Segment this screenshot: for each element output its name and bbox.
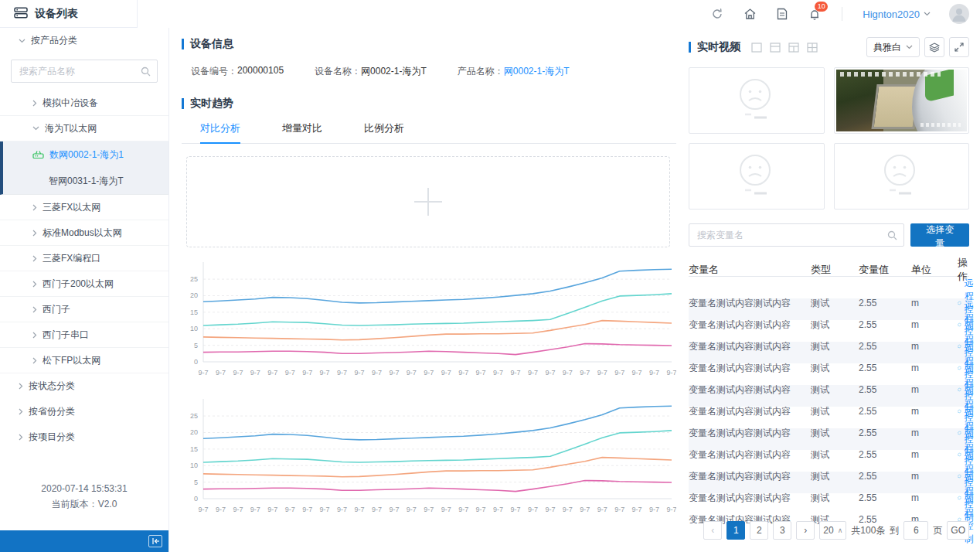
document-icon[interactable] xyxy=(775,7,789,21)
svg-text:9-7: 9-7 xyxy=(649,506,659,513)
variables-table-header: 变量名 类型 变量值 单位 操作 xyxy=(689,256,969,277)
trend-chart-2: 05101520259-79-79-79-79-79-79-79-79-79-7… xyxy=(182,395,676,521)
prev-page-button[interactable]: ‹ xyxy=(703,521,722,540)
device-info-row: 设备编号： 200000105 设备名称： 网0002-1-海为T 产品名称： … xyxy=(182,65,676,78)
product-name-link[interactable]: 网0002-1-海为T xyxy=(504,65,570,78)
title-accent-bar xyxy=(689,42,691,53)
right-panel: 实时视频 典雅白 xyxy=(686,28,980,552)
next-page-button[interactable]: › xyxy=(796,521,815,540)
avatar[interactable] xyxy=(949,4,969,24)
sidebar-item-siemens-serial[interactable]: 西门子串口 xyxy=(0,322,168,348)
svg-text:9-7: 9-7 xyxy=(476,506,486,513)
plus-icon xyxy=(414,188,442,216)
sidebar: 按产品分类 模拟中冶设备 海为T以太网 xyxy=(0,28,169,552)
svg-text:9-7: 9-7 xyxy=(580,369,590,377)
user-menu[interactable]: Hignton2020 xyxy=(863,9,931,20)
chevron-right-icon xyxy=(32,281,37,288)
current-time: 2020-07-14 15:53:31 xyxy=(0,481,168,496)
chevron-down-icon xyxy=(906,45,913,49)
expand-icon xyxy=(954,43,964,52)
variable-search-input[interactable] xyxy=(696,229,887,241)
video-slot-1[interactable] xyxy=(689,67,825,134)
collapse-sidebar-icon[interactable] xyxy=(148,535,162,547)
tab-increment-compare[interactable]: 增量对比 xyxy=(282,121,322,143)
notification-badge: 10 xyxy=(815,2,828,12)
jump-page-input[interactable] xyxy=(903,521,928,540)
svg-text:9-7: 9-7 xyxy=(354,506,364,513)
chevron-down-icon xyxy=(32,126,39,131)
layers-button[interactable] xyxy=(924,37,944,57)
sidebar-item-siemens[interactable]: 西门子 xyxy=(0,297,168,322)
sidebar-item-moni[interactable]: 模拟中冶设备 xyxy=(0,90,168,116)
fullscreen-button[interactable] xyxy=(949,37,969,57)
svg-text:9-7: 9-7 xyxy=(337,369,347,377)
layout-three-split-icon[interactable] xyxy=(788,43,799,53)
tab-compare-analysis[interactable]: 对比分析 xyxy=(200,121,240,143)
svg-text:9-7: 9-7 xyxy=(372,506,382,513)
layout-four-grid-icon[interactable] xyxy=(807,43,818,53)
product-search-input[interactable] xyxy=(18,65,141,77)
device-icon xyxy=(32,150,44,159)
sidebar-item-modbus[interactable]: 标准Modbus以太网 xyxy=(0,220,168,246)
home-icon[interactable] xyxy=(743,7,757,21)
layout-single-icon[interactable] xyxy=(751,43,762,53)
svg-text:9-7: 9-7 xyxy=(250,369,260,377)
no-video-placeholder-icon xyxy=(732,153,781,199)
center-panel: 设备信息 设备编号： 200000105 设备名称： 网0002-1-海为T 产… xyxy=(169,28,686,552)
sidebar-item-device-selected[interactable]: 数网0002-1-海为1 xyxy=(3,141,168,168)
chevron-right-icon xyxy=(19,408,23,415)
page-button-1[interactable]: 1 xyxy=(726,521,745,540)
svg-text:9-7: 9-7 xyxy=(389,369,399,377)
variables-table: 变量名 类型 变量值 单位 操作 变量名测试内容测试内容 测试 2.55 m 远… xyxy=(689,256,969,515)
svg-text:9-7: 9-7 xyxy=(614,506,624,513)
sidebar-header: 设备列表 xyxy=(0,0,138,28)
sidebar-item-device-sibling[interactable]: 智网0031-1-海为T xyxy=(3,168,168,194)
svg-text:9-7: 9-7 xyxy=(597,506,607,513)
svg-text:20: 20 xyxy=(190,291,198,299)
svg-text:9-7: 9-7 xyxy=(493,369,503,377)
notification-bell-icon[interactable]: 10 xyxy=(808,7,822,21)
page-size-select[interactable]: 20 ∧ xyxy=(819,521,846,540)
svg-text:9-7: 9-7 xyxy=(563,369,573,377)
video-grid xyxy=(689,67,969,210)
video-layout-options xyxy=(751,43,818,53)
add-variable-chart-box[interactable] xyxy=(186,156,670,247)
sidebar-item-panasonic[interactable]: 松下FP以太网 xyxy=(0,348,168,373)
sidebar-item-by-product[interactable]: 按产品分类 xyxy=(0,28,168,53)
svg-text:9-7: 9-7 xyxy=(597,369,607,377)
video-slot-4[interactable] xyxy=(834,143,970,210)
svg-text:9-7: 9-7 xyxy=(649,369,659,377)
svg-text:9-7: 9-7 xyxy=(545,506,555,513)
video-header: 实时视频 典雅白 xyxy=(689,37,969,57)
search-icon[interactable] xyxy=(887,230,897,240)
select-variable-button[interactable]: 选择变量 xyxy=(910,223,969,247)
topbar-actions: 10 Hignton2020 xyxy=(138,0,980,28)
search-icon[interactable] xyxy=(141,66,151,77)
no-video-placeholder-icon xyxy=(876,153,926,199)
sidebar-item-by-province[interactable]: 按省份分类 xyxy=(0,399,168,424)
variable-search-row: 选择变量 xyxy=(689,223,969,247)
username: Hignton2020 xyxy=(863,9,920,20)
go-button[interactable]: GO xyxy=(947,521,969,540)
refresh-icon[interactable] xyxy=(710,7,724,21)
layout-two-split-icon[interactable] xyxy=(770,43,781,53)
video-slot-3[interactable] xyxy=(689,143,825,210)
theme-select[interactable]: 典雅白 xyxy=(866,37,920,57)
svg-text:9-7: 9-7 xyxy=(528,506,538,513)
svg-text:9-7: 9-7 xyxy=(563,506,573,513)
sidebar-item-haiwei[interactable]: 海为T以太网 xyxy=(0,116,168,141)
device-code: 设备编号： 200000105 xyxy=(191,65,284,78)
sidebar-item-mitsubishi-eth[interactable]: 三菱FX以太网 xyxy=(0,195,168,220)
sidebar-item-by-project[interactable]: 按项目分类 xyxy=(0,424,168,450)
sidebar-item-by-status[interactable]: 按状态分类 xyxy=(0,373,168,399)
video-slot-2-live[interactable] xyxy=(834,67,970,134)
sidebar-item-mitsubishi-prog[interactable]: 三菱FX编程口 xyxy=(0,246,168,271)
svg-text:9-7: 9-7 xyxy=(320,506,330,513)
tab-ratio-analysis[interactable]: 比例分析 xyxy=(364,121,404,143)
svg-text:9-7: 9-7 xyxy=(320,369,330,377)
page-button-3[interactable]: 3 xyxy=(773,521,791,540)
svg-text:9-7: 9-7 xyxy=(372,369,382,377)
page-button-2[interactable]: 2 xyxy=(750,521,768,540)
svg-text:9-7: 9-7 xyxy=(632,369,642,377)
sidebar-item-siemens200[interactable]: 西门子200以太网 xyxy=(0,271,168,297)
